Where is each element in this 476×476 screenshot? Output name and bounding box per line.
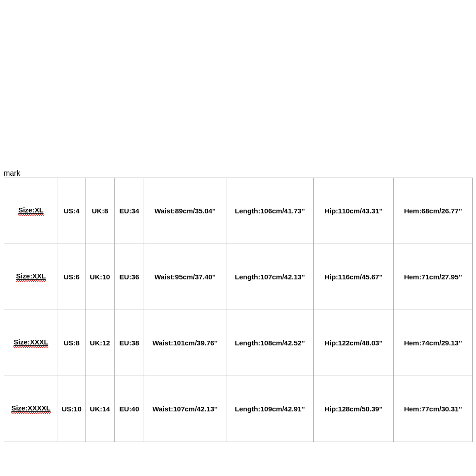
uk-cell: UK:8: [86, 178, 115, 244]
table-row: Size:XXXXL US:10 UK:14 EU:40 Waist:107cm…: [4, 376, 473, 442]
length-cell: Length:107cm/42.13'': [226, 244, 314, 310]
eu-cell: EU:38: [115, 310, 144, 376]
hip-cell: Hip:122cm/48.03'': [314, 310, 394, 376]
length-cell: Length:108cm/42.52'': [226, 310, 314, 376]
waist-cell: Waist:95cm/37.40'': [144, 244, 226, 310]
size-table: Size:XL US:4 UK:8 EU:34 Waist:89cm/35.04…: [4, 178, 473, 442]
size-cell: Size:XXXL: [4, 310, 58, 376]
size-cell: Size:XL: [4, 178, 58, 244]
size-cell: Size:XXXXL: [4, 376, 58, 442]
hem-cell: Hem:77cm/30.31'': [394, 376, 473, 442]
us-cell: US:6: [58, 244, 86, 310]
size-table-wrapper: mark Size:XL US:4 UK:8 EU: [4, 169, 472, 442]
eu-cell: EU:36: [115, 244, 144, 310]
us-cell: US:10: [58, 376, 86, 442]
uk-cell: UK:10: [86, 244, 115, 310]
hip-cell: Hip:110cm/43.31'': [314, 178, 394, 244]
us-cell: US:8: [58, 310, 86, 376]
uk-cell: UK:12: [86, 310, 115, 376]
size-label: Size:XXXXL: [11, 404, 50, 412]
size-label: Size:XL: [18, 206, 43, 214]
size-label: Size:XXXL: [13, 338, 48, 346]
hem-cell: Hem:71cm/27.95'': [394, 244, 473, 310]
squiggle-underline-icon: [18, 214, 43, 216]
squiggle-underline-icon: [11, 412, 50, 414]
squiggle-underline-icon: [16, 280, 46, 282]
size-label: Size:XXL: [16, 272, 46, 280]
waist-cell: Waist:101cm/39.76'': [144, 310, 226, 376]
table-row: Size:XXL US:6 UK:10 EU:36 Waist:95cm/37.…: [4, 244, 473, 310]
us-cell: US:4: [58, 178, 86, 244]
table-row: Size:XXXL US:8 UK:12 EU:38Waist:101cm/39…: [4, 310, 473, 376]
waist-cell: Waist:89cm/35.04'': [144, 178, 226, 244]
size-cell: Size:XXL: [4, 244, 58, 310]
length-cell: Length:106cm/41.73'': [226, 178, 314, 244]
hem-cell: Hem:74cm/29.13'': [394, 310, 473, 376]
page: mark Size:XL US:4 UK:8 EU: [0, 0, 476, 476]
squiggle-underline-icon: [13, 346, 48, 348]
waist-cell: Waist:107cm/42.13'': [144, 376, 226, 442]
eu-cell: EU:40: [115, 376, 144, 442]
eu-cell: EU:34: [115, 178, 144, 244]
length-cell: Length:109cm/42.91'': [226, 376, 314, 442]
hem-cell: Hem:68cm/26.77'': [394, 178, 473, 244]
uk-cell: UK:14: [86, 376, 115, 442]
hip-cell: Hip:116cm/45.67'': [314, 244, 394, 310]
hip-cell: Hip:128cm/50.39'': [314, 376, 394, 442]
table-row: Size:XL US:4 UK:8 EU:34 Waist:89cm/35.04…: [4, 178, 473, 244]
